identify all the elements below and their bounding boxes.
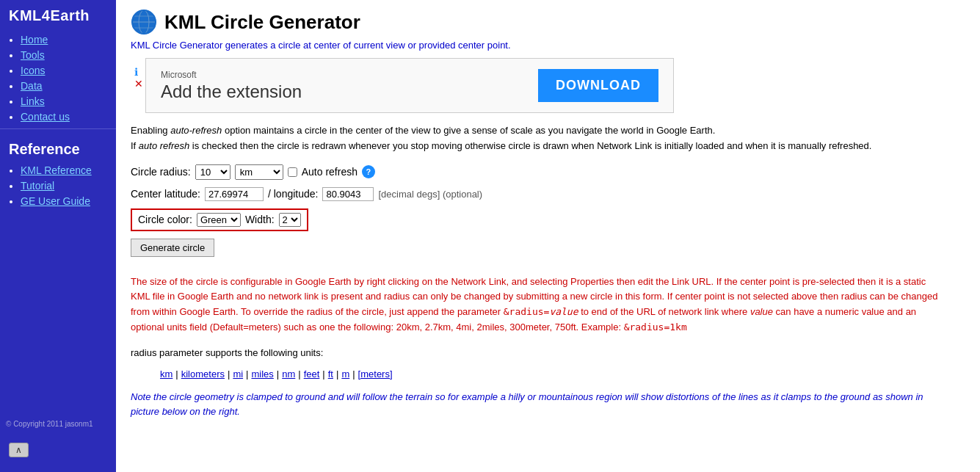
nav-item-icons[interactable]: Icons — [21, 65, 116, 76]
unit-m[interactable]: m — [341, 368, 349, 380]
reference-list: KML Reference Tutorial GE User Guide — [0, 164, 116, 207]
nav-item-tools[interactable]: Tools — [21, 49, 116, 61]
lat-label: Center latitude: — [131, 188, 200, 200]
lon-label: / longitude: — [268, 188, 319, 200]
nav-item-data[interactable]: Data — [21, 80, 116, 92]
ad-info-icon[interactable]: ℹ — [134, 66, 138, 78]
sidebar: KML4Earth Home Tools Icons Data Links Co… — [0, 0, 116, 472]
earth-icon — [131, 9, 157, 35]
description: Enabling auto-refresh option maintains a… — [131, 123, 938, 154]
unit-select[interactable]: kmmilesnmfeetftmmeters — [235, 164, 283, 180]
width-select[interactable]: 21345 — [279, 213, 301, 227]
radius-row: Circle radius: 10152050100 kmmilesnmfeet… — [131, 164, 965, 180]
page-heading: KML Circle Generator — [131, 9, 965, 35]
unit-km[interactable]: km — [160, 368, 173, 380]
color-label: Circle color: — [138, 214, 192, 225]
nav-item-ge-user-guide[interactable]: GE User Guide — [21, 195, 116, 207]
units-row: km | kilometers | mi | miles | nm | feet… — [160, 368, 965, 380]
auto-refresh-checkbox[interactable] — [288, 167, 297, 177]
nav-item-home[interactable]: Home — [21, 34, 116, 46]
info-red-text: The size of the circle is configurable i… — [131, 275, 938, 335]
reference-title: Reference — [0, 135, 116, 161]
ad-source: Microsoft — [161, 70, 302, 80]
generate-row: Generate circle — [131, 239, 965, 267]
width-label: Width: — [245, 214, 275, 225]
unit-feet[interactable]: feet — [304, 368, 320, 380]
form-section: Circle radius: 10152050100 kmmilesnmfeet… — [131, 164, 965, 267]
sidebar-divider — [0, 128, 116, 129]
unit-nm[interactable]: nm — [282, 368, 295, 380]
radius-label: Circle radius: — [131, 166, 191, 178]
color-row: Circle color: GreenRedBlueYellowWhiteBla… — [131, 208, 308, 231]
degs-label: [decimal degs] (optional) — [378, 189, 482, 200]
unit-meters[interactable]: [meters] — [358, 368, 393, 380]
info-black-text: radius parameter supports the following … — [131, 346, 938, 361]
unit-mi[interactable]: mi — [233, 368, 243, 380]
nav-item-links[interactable]: Links — [21, 95, 116, 107]
auto-refresh-label: Auto refresh — [302, 166, 357, 178]
help-icon[interactable]: ? — [362, 165, 375, 178]
generate-button[interactable]: Generate circle — [131, 239, 214, 257]
desc-line2: If auto refresh is checked then the circ… — [131, 140, 871, 151]
sidebar-nav: Home Tools Icons Data Links Contact us — [0, 34, 116, 123]
subtitle: KML Circle Generator generates a circle … — [131, 40, 965, 51]
main-content: KML Circle Generator KML Circle Generato… — [116, 0, 980, 472]
radius-select[interactable]: 10152050100 — [195, 164, 231, 180]
ad-close-icon[interactable]: ✕ — [134, 78, 143, 90]
unit-miles[interactable]: miles — [251, 368, 273, 380]
ad-banner: ℹ ✕ Microsoft Add the extension DOWNLOAD — [145, 58, 674, 113]
lat-input[interactable] — [205, 187, 264, 201]
color-select[interactable]: GreenRedBlueYellowWhiteBlack — [197, 213, 241, 227]
reference-nav: KML Reference Tutorial GE User Guide — [0, 164, 116, 207]
lon-input[interactable] — [322, 187, 374, 201]
nav-item-tutorial[interactable]: Tutorial — [21, 180, 116, 192]
latlon-row: Center latitude: / longitude: [decimal d… — [131, 187, 965, 201]
desc-line1: Enabling auto-refresh option maintains a… — [131, 125, 715, 136]
ad-title: Add the extension — [161, 81, 302, 102]
nav-list: Home Tools Icons Data Links Contact us — [0, 34, 116, 123]
copyright: © Copyright 2011 jasonm1 — [6, 420, 93, 428]
unit-kilometers[interactable]: kilometers — [181, 368, 225, 380]
nav-item-contact[interactable]: Contact us — [21, 111, 116, 123]
site-title: KML4Earth — [0, 0, 116, 30]
scroll-up-button[interactable]: ∧ — [9, 443, 29, 457]
ad-download-button[interactable]: DOWNLOAD — [538, 69, 658, 102]
note-italic: Note the circle geometry is clamped to g… — [131, 390, 938, 421]
nav-item-kml-reference[interactable]: KML Reference — [21, 164, 116, 176]
unit-ft[interactable]: ft — [328, 368, 333, 380]
ad-content: Microsoft Add the extension — [161, 70, 302, 102]
